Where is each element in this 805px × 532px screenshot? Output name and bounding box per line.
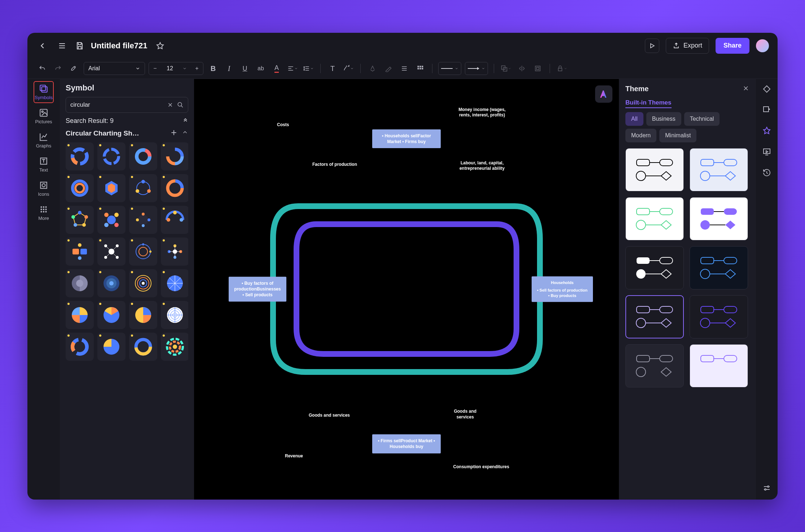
- font-size-dropdown[interactable]: [179, 62, 191, 75]
- box-factor-market[interactable]: • Households sellFactor Market • Firms b…: [372, 129, 441, 148]
- symbol-thumb[interactable]: [129, 301, 157, 329]
- symbol-thumb[interactable]: [97, 174, 126, 202]
- symbol-thumb[interactable]: [129, 206, 157, 234]
- line-spacing-button[interactable]: [302, 62, 314, 75]
- filter-business[interactable]: Business: [646, 112, 681, 126]
- symbol-thumb[interactable]: [161, 269, 188, 297]
- filter-minimalist[interactable]: Minimalist: [659, 129, 696, 142]
- box-households[interactable]: Households • Sell factors of production …: [532, 276, 593, 302]
- highlight-button[interactable]: [382, 62, 395, 75]
- rail-icons[interactable]: Icons: [34, 178, 54, 200]
- rail-pictures[interactable]: Pictures: [34, 105, 54, 127]
- connector-button[interactable]: [342, 62, 355, 75]
- search-clear-button[interactable]: [167, 102, 173, 108]
- symbol-thumb[interactable]: [66, 333, 94, 361]
- symbol-thumb[interactable]: [66, 174, 94, 202]
- collapse-section-button[interactable]: [182, 129, 188, 138]
- line-style-select[interactable]: [438, 62, 461, 75]
- rail-theme-icon[interactable]: [761, 125, 773, 137]
- filter-technical[interactable]: Technical: [684, 112, 720, 126]
- theme-close-button[interactable]: [742, 85, 749, 93]
- symbol-thumb[interactable]: [97, 269, 126, 297]
- theme-tab-builtin[interactable]: Built-in Themes: [625, 99, 672, 108]
- filter-all[interactable]: All: [625, 112, 643, 126]
- theme-card[interactable]: [625, 148, 684, 191]
- format-painter-button[interactable]: [68, 62, 80, 75]
- flip-button[interactable]: [516, 62, 528, 75]
- box-product-market[interactable]: • Firms sellProduct Market • Households …: [372, 434, 441, 453]
- symbol-thumb[interactable]: [66, 142, 94, 170]
- strikethrough-button[interactable]: ab: [255, 62, 267, 75]
- rail-symbols[interactable]: Symbols: [34, 81, 54, 103]
- theme-card[interactable]: [625, 246, 684, 289]
- arrow-style-select[interactable]: [465, 62, 488, 75]
- symbol-thumb[interactable]: [129, 142, 157, 170]
- font-size-decrease[interactable]: −: [149, 62, 161, 75]
- rail-graphs[interactable]: Graphs: [34, 129, 54, 151]
- star-button[interactable]: [154, 39, 167, 52]
- symbol-thumb[interactable]: [129, 333, 157, 361]
- symbol-thumb[interactable]: [129, 238, 157, 266]
- ai-badge[interactable]: [595, 85, 612, 103]
- symbol-search-input[interactable]: [70, 101, 163, 108]
- theme-card[interactable]: [690, 344, 748, 387]
- undo-button[interactable]: [36, 62, 48, 75]
- rail-diamond-icon[interactable]: [761, 83, 773, 95]
- box-businesses[interactable]: • Buy factors of productionBusinesses • …: [229, 277, 286, 302]
- collapse-result-button[interactable]: [182, 117, 188, 125]
- symbol-thumb[interactable]: [161, 333, 188, 361]
- user-avatar[interactable]: [756, 39, 769, 52]
- theme-card[interactable]: [625, 344, 684, 387]
- symbol-thumb[interactable]: [129, 269, 157, 297]
- symbol-thumb[interactable]: [97, 301, 126, 329]
- search-submit-button[interactable]: [177, 102, 184, 108]
- rail-text[interactable]: Text: [34, 154, 54, 176]
- symbol-thumb[interactable]: [129, 174, 157, 202]
- redo-button[interactable]: [52, 62, 64, 75]
- share-button[interactable]: Share: [716, 38, 749, 54]
- rail-present-icon[interactable]: [761, 146, 773, 158]
- layers-button[interactable]: [500, 62, 512, 75]
- symbol-thumb[interactable]: [161, 142, 188, 170]
- filter-modern[interactable]: Modern: [625, 129, 656, 142]
- symbol-thumb[interactable]: [161, 174, 188, 202]
- add-symbol-button[interactable]: [170, 129, 177, 138]
- theme-card-selected[interactable]: [625, 295, 684, 338]
- rail-more[interactable]: More: [34, 202, 54, 224]
- symbol-thumb[interactable]: [66, 269, 94, 297]
- group-button[interactable]: [532, 62, 544, 75]
- rail-history-icon[interactable]: [761, 167, 773, 178]
- back-button[interactable]: [36, 39, 49, 52]
- theme-card[interactable]: [690, 295, 748, 338]
- font-select[interactable]: Arial: [84, 62, 145, 75]
- canvas-area[interactable]: • Households sellFactor Market • Firms b…: [194, 79, 619, 500]
- underline-button[interactable]: U: [239, 62, 251, 75]
- text-tool-button[interactable]: T: [326, 62, 339, 75]
- rail-settings-icon[interactable]: [761, 482, 773, 494]
- theme-card[interactable]: [690, 246, 748, 289]
- lock-button[interactable]: [556, 62, 568, 75]
- bold-button[interactable]: B: [207, 62, 219, 75]
- theme-card[interactable]: [690, 197, 748, 240]
- symbol-thumb[interactable]: [97, 238, 126, 266]
- symbol-thumb[interactable]: [66, 238, 94, 266]
- symbol-thumb[interactable]: [66, 206, 94, 234]
- symbol-thumb[interactable]: [66, 301, 94, 329]
- symbol-thumb[interactable]: [97, 333, 126, 361]
- symbol-thumb[interactable]: [97, 206, 126, 234]
- symbol-thumb[interactable]: [97, 142, 126, 170]
- align-button[interactable]: [286, 62, 299, 75]
- theme-card[interactable]: [625, 197, 684, 240]
- menu-button[interactable]: [56, 39, 69, 52]
- symbol-thumb[interactable]: [161, 238, 188, 266]
- save-icon[interactable]: [75, 41, 84, 50]
- font-size-increase[interactable]: +: [191, 62, 203, 75]
- present-button[interactable]: [645, 39, 659, 53]
- font-size-value[interactable]: 12: [161, 65, 179, 72]
- theme-card[interactable]: [690, 148, 748, 191]
- text-color-button[interactable]: A: [270, 62, 283, 75]
- export-button[interactable]: Export: [666, 38, 709, 54]
- symbol-thumb[interactable]: [161, 206, 188, 234]
- rail-insert-icon[interactable]: [761, 104, 773, 116]
- grid-button[interactable]: [414, 62, 426, 75]
